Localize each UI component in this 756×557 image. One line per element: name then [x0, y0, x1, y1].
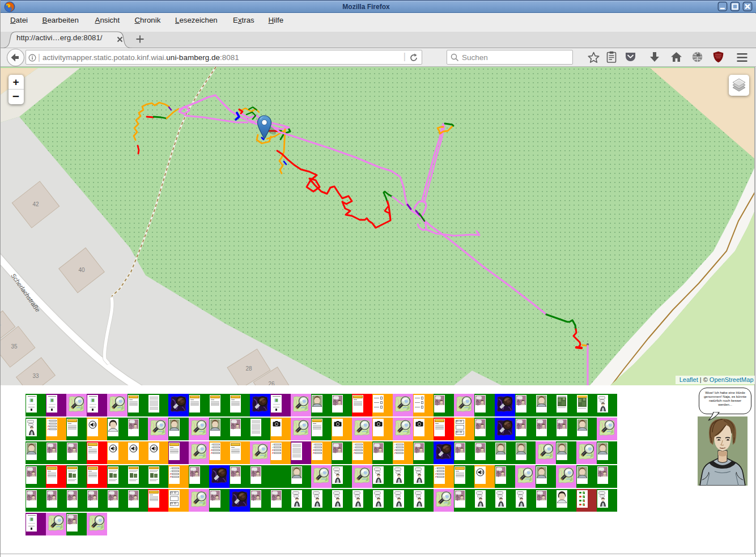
svg-text:35: 35	[11, 343, 18, 350]
svg-text:28: 28	[245, 365, 252, 372]
svg-text:42: 42	[32, 201, 39, 207]
svg-text:33: 33	[32, 373, 39, 379]
svg-text:26: 26	[268, 381, 275, 385]
svg-text:40: 40	[78, 267, 85, 273]
